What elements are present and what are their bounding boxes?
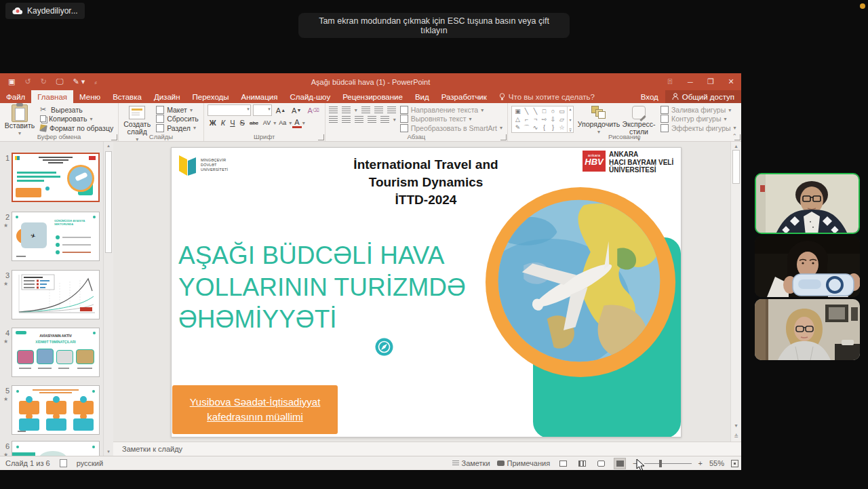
tab-transitions[interactable]: Переходы (186, 90, 235, 103)
slide-thumbnail-6[interactable] (12, 441, 100, 456)
shape-glyph-icon[interactable]: ∿ (533, 124, 538, 131)
shape-glyph-icon[interactable]: ¬ (534, 116, 537, 123)
tell-me-box[interactable]: Что вы хотите сделать? (493, 90, 601, 103)
new-slide-button[interactable]: Создать слайд▾ (122, 104, 152, 132)
close-icon[interactable]: ✕ (721, 73, 741, 90)
slide-thumbnail-2[interactable]: ✈ GÜNÜMÜZDƏ AVİASİYA SEKTORUNDA (12, 212, 100, 261)
share-button[interactable]: Общий доступ (665, 90, 741, 103)
shape-glyph-icon[interactable]: ✎ (515, 124, 521, 131)
current-slide[interactable]: MİNGƏÇEVİR DÖVLƏT UNİVERSİTETİ İnternati… (171, 147, 682, 437)
zoom-slider-thumb[interactable] (659, 460, 662, 467)
ribbon-options-icon[interactable]: ⍐ (660, 73, 680, 90)
bullets-icon[interactable] (329, 106, 338, 113)
shape-outline-button[interactable]: Контур фигуры▾ (659, 115, 738, 123)
clipboard-dialog-launcher[interactable] (111, 134, 117, 140)
shape-glyph-icon[interactable]: } (552, 124, 554, 131)
zoom-level[interactable]: 55% (709, 459, 724, 467)
slide-thumbnail-5[interactable] (12, 385, 100, 435)
text-direction-button[interactable]: Направление текста▾ (399, 106, 504, 114)
shape-glyph-icon[interactable]: □ (542, 108, 546, 115)
customize-qat-icon[interactable]: ⸗ (94, 78, 97, 86)
slide-thumbnail-1[interactable] (12, 153, 100, 202)
collapse-ribbon-icon[interactable]: ⌃ (732, 133, 737, 140)
align-center-icon[interactable] (342, 116, 351, 123)
scroll-up-icon[interactable]: ▴ (731, 143, 741, 149)
notes-toggle[interactable]: Заметки (452, 459, 490, 467)
font-color-button[interactable]: А (292, 117, 301, 128)
justify-icon[interactable] (368, 116, 376, 123)
paragraph-dialog-launcher[interactable] (500, 134, 507, 140)
shape-effects-button[interactable]: Эффекты фигуры▾ (659, 124, 738, 132)
quick-styles-button[interactable]: Экспресс-стили▾ (621, 104, 656, 132)
arrange-button[interactable]: Упорядочить▾ (579, 104, 618, 132)
shape-glyph-icon[interactable]: ╲ (525, 108, 528, 115)
tab-home[interactable]: Главная (31, 90, 73, 103)
reset-button[interactable]: Сбросить (155, 115, 200, 123)
restore-icon[interactable]: ❐ (701, 73, 721, 90)
shape-glyph-icon[interactable]: ⇨ (542, 116, 547, 123)
cut-button[interactable]: Вырезать (39, 106, 115, 114)
previous-slide-icon[interactable]: ≙ (731, 433, 741, 439)
clear-formatting-button[interactable]: А⌫ (305, 105, 321, 116)
tab-file[interactable]: Файл (0, 90, 31, 103)
zoom-in-button[interactable]: + (698, 459, 703, 467)
language-indicator[interactable]: русский (77, 459, 103, 467)
scroll-down-icon[interactable]: ▾ (104, 449, 113, 454)
sign-in-button[interactable]: Вход (634, 90, 665, 103)
shapes-gallery-scroll[interactable]: ▴▾⊽ (567, 106, 573, 133)
reading-view-button[interactable] (595, 458, 607, 469)
align-text-button[interactable]: Выровнять текст▾ (399, 115, 504, 123)
increase-indent-icon[interactable] (374, 106, 383, 113)
thumbnail-scrollbar[interactable]: ▴ ▾ (103, 142, 113, 456)
shape-glyph-icon[interactable]: ☆ (559, 124, 564, 131)
shape-glyph-icon[interactable]: △ (515, 116, 520, 123)
shape-glyph-icon[interactable]: { (543, 124, 545, 131)
tab-menu[interactable]: Меню (73, 90, 106, 103)
notification-dot[interactable] (860, 3, 865, 9)
slide-scrollbar[interactable]: ▴ ▾ ≙ ≚ (730, 142, 741, 456)
strikethrough-button[interactable]: S (238, 117, 247, 128)
format-painter-button[interactable]: Формат по образцу (39, 124, 115, 132)
normal-view-button[interactable] (557, 458, 569, 469)
section-button[interactable]: Раздел▾ (155, 124, 200, 132)
align-right-icon[interactable] (355, 116, 363, 123)
grow-font-button[interactable]: А▲ (274, 105, 288, 116)
tab-slideshow[interactable]: Слайд-шоу (284, 90, 337, 103)
align-left-icon[interactable] (329, 116, 338, 123)
shape-glyph-icon[interactable]: ⇩ (551, 116, 556, 123)
tab-design[interactable]: Дизайн (148, 90, 186, 103)
scroll-down-icon[interactable]: ▾ (731, 423, 741, 429)
scroll-up-icon[interactable]: ▴ (104, 143, 113, 149)
tab-animations[interactable]: Анимация (235, 90, 284, 103)
copy-button[interactable]: Копировать▾ (39, 115, 115, 123)
shape-glyph-icon[interactable]: ○ (551, 108, 555, 115)
char-spacing-button[interactable]: AV (261, 117, 273, 128)
participant-video-3[interactable] (755, 299, 860, 360)
participant-video-1[interactable] (755, 173, 860, 234)
bold-button[interactable]: Ж (208, 117, 218, 128)
shape-glyph-icon[interactable]: ▭ (559, 108, 565, 115)
shape-glyph-icon[interactable]: ▣ (515, 108, 521, 115)
comments-toggle[interactable]: Примечания (497, 459, 551, 467)
columns-icon[interactable] (380, 116, 389, 123)
smartart-button[interactable]: Преобразовать в SmartArt▾ (399, 124, 504, 132)
shrink-font-button[interactable]: А▼ (290, 105, 303, 116)
tab-developer[interactable]: Разработчик (435, 90, 493, 103)
decrease-indent-icon[interactable] (361, 106, 370, 113)
shapes-gallery[interactable]: ▣╲╲□○▭△⌐¬⇨⇩▱✎⌒∿{}☆ (511, 106, 574, 133)
minimize-icon[interactable]: ─ (680, 73, 701, 90)
zoom-slider[interactable] (644, 463, 692, 464)
text-shadow-button[interactable]: abc (248, 117, 260, 128)
change-case-button[interactable]: Аа (277, 117, 288, 128)
font-name-combo[interactable] (208, 104, 251, 116)
undo-icon[interactable]: ↺ (24, 77, 31, 86)
pen-mode-icon[interactable]: ✎ ▾ (73, 77, 85, 86)
underline-button[interactable]: Ч (228, 117, 237, 128)
scrollbar-thumb[interactable] (105, 151, 112, 253)
redo-icon[interactable]: ↻ (41, 77, 47, 86)
participant-video-2[interactable] (755, 236, 860, 297)
slide-thumbnail-3[interactable] (12, 270, 100, 319)
layout-button[interactable]: Макет▾ (155, 106, 200, 114)
spellcheck-icon[interactable] (60, 459, 67, 467)
slide-title[interactable]: AŞAĞI BÜDCƏLİ HAVA YOLLARININ TURİZMDƏ Ə… (178, 239, 470, 335)
